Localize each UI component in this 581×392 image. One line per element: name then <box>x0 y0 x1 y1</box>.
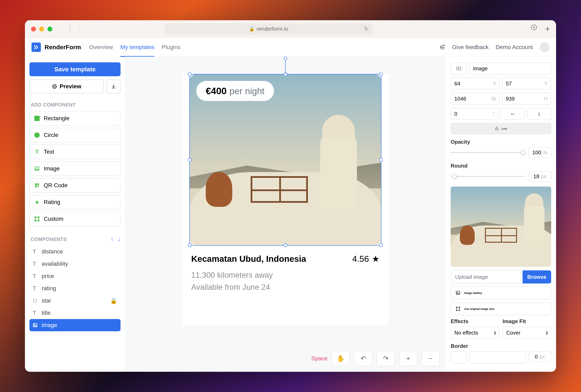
logo-icon[interactable] <box>31 42 41 52</box>
reload-icon[interactable]: ↻ <box>364 26 369 32</box>
new-tab-icon[interactable]: + <box>545 24 550 34</box>
round-label: Round <box>451 163 551 169</box>
layer-availability[interactable]: Tavailability <box>29 258 120 270</box>
svg-rect-27 <box>456 307 457 308</box>
canvas-toolbar: Space ✋ ↶ ↷ + − <box>311 351 440 366</box>
url-bar[interactable]: 🔒 renderform.io ↻ <box>164 23 373 35</box>
layer-star[interactable]: star🔒 <box>29 294 120 307</box>
layer-distance[interactable]: Tdistance <box>29 246 120 258</box>
lock-icon: 🔒 <box>249 26 255 32</box>
add-text[interactable]: TText <box>29 144 120 159</box>
rotation-field[interactable]: 0° <box>451 108 498 120</box>
id-field[interactable]: image <box>470 62 551 74</box>
space-indicator: Space <box>311 355 327 362</box>
redo-button[interactable]: ↷ <box>377 351 395 366</box>
svg-rect-23 <box>496 128 498 130</box>
nav-overview[interactable]: Overview <box>89 38 113 56</box>
x-field[interactable]: 64X <box>451 78 500 90</box>
svg-point-6 <box>36 168 36 168</box>
width-field[interactable]: 1046W <box>451 92 500 105</box>
flip-vertical-button[interactable]: ↕ <box>527 108 551 120</box>
svg-point-25 <box>457 292 458 293</box>
opacity-value[interactable]: 100% <box>529 147 551 158</box>
opacity-slider[interactable] <box>451 152 525 153</box>
qrcode-icon <box>34 182 40 188</box>
svg-rect-17 <box>35 220 35 221</box>
nav-plugins[interactable]: Plugins <box>162 38 181 56</box>
border-width-field[interactable]: 0px <box>529 351 551 362</box>
star-icon: ★ <box>372 254 380 264</box>
selection-box[interactable] <box>189 74 381 246</box>
svg-rect-19 <box>33 299 36 302</box>
browser-window: 〈 〉 🔒 renderform.io ↻ + RenderForm Overv… <box>25 20 556 372</box>
forward-icon[interactable]: 〉 <box>78 24 85 34</box>
card-title: Kecamatan Ubud, Indonesia <box>191 254 306 264</box>
zoom-out-button[interactable]: − <box>422 351 440 366</box>
flip-horizontal-button[interactable]: ↔ <box>501 108 525 120</box>
id-label: ID <box>451 62 467 74</box>
image-icon <box>34 166 40 172</box>
svg-point-2 <box>442 47 443 47</box>
layer-price[interactable]: Tprice <box>29 270 120 282</box>
circle-icon <box>34 132 40 138</box>
lock-icon <box>495 126 499 130</box>
svg-rect-18 <box>38 220 39 221</box>
border-color-swatch[interactable] <box>451 351 467 364</box>
add-component-label: ADD COMPONENT <box>31 102 120 108</box>
lock-button[interactable]: Lock <box>451 123 551 134</box>
add-circle[interactable]: Circle <box>29 128 120 142</box>
pan-tool-button[interactable]: ✋ <box>332 351 350 366</box>
y-field[interactable]: 57Y <box>502 78 551 90</box>
height-field[interactable]: 939H <box>502 92 551 105</box>
add-image[interactable]: Image <box>29 161 120 176</box>
svg-rect-28 <box>459 307 460 308</box>
border-label: Border <box>451 343 551 349</box>
layer-image[interactable]: image <box>29 319 120 331</box>
download-button[interactable] <box>107 80 120 94</box>
border-color-field[interactable] <box>470 351 526 364</box>
image-gallery-button[interactable]: Image Gallery <box>451 286 551 300</box>
back-icon[interactable]: 〈 <box>64 24 72 34</box>
custom-icon <box>34 216 40 222</box>
svg-rect-15 <box>35 217 35 218</box>
image-preview <box>451 186 551 267</box>
original-size-button[interactable]: Use original image size <box>451 302 551 315</box>
layer-rating[interactable]: Trating <box>29 282 120 294</box>
inspector: ID image 64X 57Y 1046W 939H 0° ↔ ↕ Lock … <box>446 56 556 372</box>
card-rating: 4.56 ★ <box>352 254 380 264</box>
save-template-button[interactable]: Save template <box>29 62 120 76</box>
add-qrcode[interactable]: QR Code <box>29 178 120 193</box>
maximize-window-icon[interactable] <box>47 26 52 32</box>
add-custom[interactable]: Custom <box>29 212 120 226</box>
upload-image-field[interactable]: Upload image <box>451 270 523 284</box>
avatar[interactable] <box>540 42 550 52</box>
close-window-icon[interactable] <box>31 26 36 32</box>
move-down-icon[interactable]: ↓ <box>118 236 120 242</box>
svg-rect-26 <box>457 308 460 310</box>
layer-title[interactable]: Ttitle <box>29 307 120 319</box>
add-rectangle[interactable]: Rectangle <box>29 111 120 126</box>
opacity-label: Opacity <box>451 139 551 145</box>
zoom-in-button[interactable]: + <box>399 351 417 366</box>
card-availability: Available from June 24 <box>191 281 380 293</box>
svg-rect-9 <box>35 186 37 188</box>
give-feedback-link[interactable]: Give feedback <box>452 44 489 50</box>
minimize-window-icon[interactable] <box>39 26 44 32</box>
browse-button[interactable]: Browse <box>523 270 551 284</box>
effects-select[interactable]: No effects▴▾ <box>451 326 499 339</box>
rotate-handle[interactable] <box>284 56 287 60</box>
round-slider[interactable] <box>451 176 525 177</box>
url-text: renderform.io <box>257 26 288 32</box>
nav-my-templates[interactable]: My templates <box>120 38 154 57</box>
svg-rect-11 <box>38 186 39 186</box>
move-up-icon[interactable]: ↑ <box>111 236 114 242</box>
downloads-icon[interactable] <box>531 24 537 34</box>
add-rating[interactable]: ★Rating <box>29 195 120 210</box>
round-value[interactable]: 18px <box>529 171 551 182</box>
canvas[interactable]: €400 per night Kecamatan Ubud, Indonesia… <box>125 56 446 372</box>
image-fit-select[interactable]: Cover▴▾ <box>503 326 551 339</box>
account-name[interactable]: Demo Account <box>496 44 533 50</box>
undo-button[interactable]: ↶ <box>354 351 372 366</box>
svg-point-4 <box>52 84 56 88</box>
preview-button[interactable]: Preview <box>29 80 104 94</box>
